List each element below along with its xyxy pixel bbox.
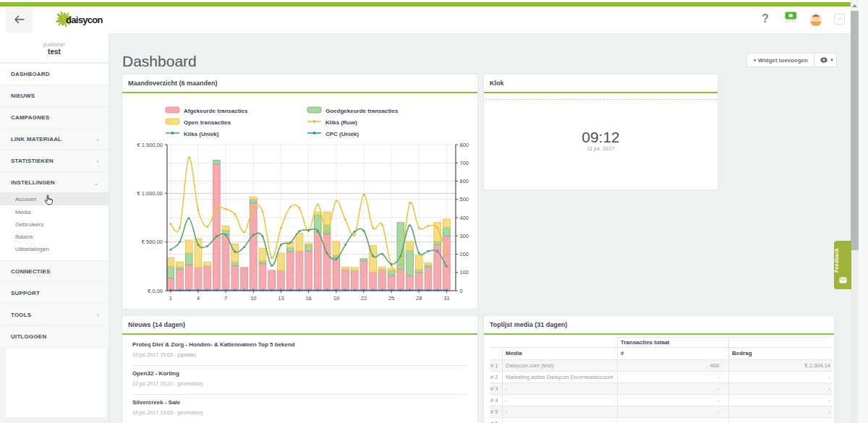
svg-text:Transacties totaal: Transacties totaal xyxy=(621,339,670,346)
svg-text:100: 100 xyxy=(460,269,469,275)
svg-text:1: 1 xyxy=(169,295,172,302)
svg-text:-: - xyxy=(506,397,508,403)
svg-text:-: - xyxy=(718,420,720,423)
svg-text:7: 7 xyxy=(224,295,227,302)
svg-text:# 1: # 1 xyxy=(490,362,498,369)
svg-text:# 2: # 2 xyxy=(490,374,498,380)
svg-text:13: 13 xyxy=(278,295,284,302)
svg-text:Goedgekeurde transacties: Goedgekeurde transacties xyxy=(326,108,399,114)
svg-text:200: 200 xyxy=(460,251,469,257)
svg-text:468: 468 xyxy=(710,362,719,369)
svg-text:Open transacties: Open transacties xyxy=(184,119,231,126)
svg-text:22: 22 xyxy=(361,295,367,302)
svg-text:16: 16 xyxy=(305,295,311,302)
svg-text:-: - xyxy=(829,397,831,403)
svg-text:0: 0 xyxy=(460,288,463,294)
svg-text:-: - xyxy=(718,374,720,380)
svg-text:Afgekeurde transacties: Afgekeurde transacties xyxy=(184,108,248,114)
svg-text:-: - xyxy=(829,420,831,423)
svg-text:€ 2.304,14: € 2.304,14 xyxy=(805,362,830,369)
svg-text:-: - xyxy=(829,374,831,380)
svg-text:-: - xyxy=(506,420,508,423)
svg-text:€ 0,00: € 0,00 xyxy=(148,288,163,294)
svg-text:800: 800 xyxy=(460,142,469,148)
svg-text:400: 400 xyxy=(460,215,469,221)
svg-text:Kliks (Ruw): Kliks (Ruw) xyxy=(326,119,357,126)
svg-text:Media: Media xyxy=(506,350,522,356)
svg-text:Bedrag: Bedrag xyxy=(732,350,752,356)
svg-text:25: 25 xyxy=(388,295,394,302)
svg-text:10: 10 xyxy=(250,295,256,302)
svg-text:19: 19 xyxy=(333,295,339,302)
svg-text:Daisycon.com (test): Daisycon.com (test) xyxy=(506,362,554,369)
svg-text:€ 1.500,00: € 1.500,00 xyxy=(137,142,163,148)
svg-text:500: 500 xyxy=(460,196,469,202)
svg-text:# 6: # 6 xyxy=(490,420,498,423)
svg-text:31: 31 xyxy=(443,295,449,302)
svg-text:600: 600 xyxy=(460,178,469,184)
svg-text:#: # xyxy=(621,350,624,356)
svg-text:€ 1.000,00: € 1.000,00 xyxy=(137,190,163,197)
svg-text:300: 300 xyxy=(460,233,469,239)
svg-text:700: 700 xyxy=(460,160,469,166)
svg-text:# 3: # 3 xyxy=(490,385,498,392)
svg-text:# 5: # 5 xyxy=(490,409,498,415)
svg-text:4: 4 xyxy=(197,295,200,302)
svg-text:-: - xyxy=(718,397,720,403)
svg-text:€ 500,00: € 500,00 xyxy=(142,239,163,245)
svg-text:# 4: # 4 xyxy=(490,397,498,403)
svg-text:Marketing acties Daisycon Door: Marketing acties Daisycon Doormeetaccoun… xyxy=(506,374,614,380)
svg-text:28: 28 xyxy=(416,295,422,302)
